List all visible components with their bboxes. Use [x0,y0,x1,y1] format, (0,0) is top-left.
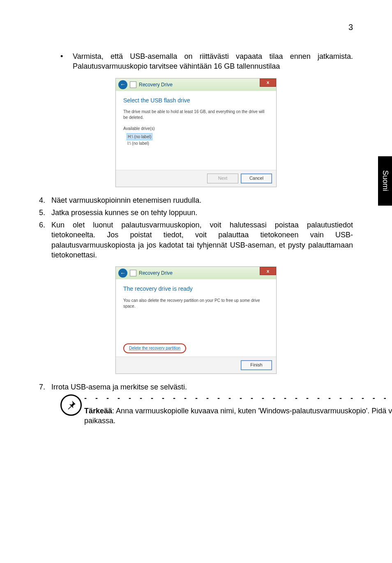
dialog-body: Select the USB flash drive The drive mus… [116,91,276,170]
drive-item[interactable]: I:\ (no label) [127,140,269,147]
intro-bullet: • Varmista, että USB-asemalla on riittäv… [60,51,353,72]
step-5-text: Jatka prosessia kunnes se on tehty loppu… [51,208,353,218]
dialog-heading: The recovery drive is ready [123,285,269,293]
dialog-heading: Select the USB flash drive [123,97,269,104]
step-4: Näet varmuuskopioinnin etenemisen ruudul… [39,195,353,205]
note-body: - - - - - - - - - - - - - - - - - - - - … [84,394,392,426]
page-content: • Varmista, että USB-asemalla on riittäv… [39,51,353,426]
pushpin-svg [66,400,76,410]
step-6: Kun olet luonut palautusvarmuuskopion, v… [39,220,353,260]
step-4-text: Näet varmuuskopioinnin etenemisen ruudul… [51,195,353,205]
dialog-header: ← Recovery Drive x [116,79,276,91]
window-icon [130,270,136,276]
dialog-footer: Finish [116,357,276,373]
ordered-steps-cont: Irrota USB-asema ja merkitse se selvästi… [39,382,353,392]
ordered-steps: Näet varmuuskopioinnin etenemisen ruudul… [39,195,353,260]
finish-button[interactable]: Finish [241,360,272,370]
recovery-drive-dialog-ready: ← Recovery Drive x The recovery drive is… [115,266,277,373]
back-icon[interactable]: ← [118,269,127,278]
step-6-text: Kun olet luonut palautusvarmuuskopion, v… [51,220,353,260]
cancel-button[interactable]: Cancel [241,174,272,183]
dialog-subtext: You can also delete the recovery partiti… [123,298,269,309]
dialog-subtext: The drive must be able to hold at least … [123,109,269,120]
note-label: Tärkeää [84,407,112,415]
note-text: Tärkeää: Anna varmuuskopiolle kuvaava ni… [84,406,392,426]
language-side-tab-label: Suomi [381,170,390,191]
step-7-text: Irrota USB-asema ja merkitse se selvästi… [51,382,353,392]
available-drives-label: Available drive(s) [123,126,269,132]
drive-item-selected[interactable]: H:\ (no label) [127,133,152,141]
step-5: Jatka prosessia kunnes se on tehty loppu… [39,208,353,218]
next-button[interactable]: Next [207,174,238,183]
important-note: - - - - - - - - - - - - - - - - - - - - … [60,394,353,426]
dialog-title: Recovery Drive [139,270,173,276]
pushpin-icon [60,394,82,416]
step-7: Irrota USB-asema ja merkitse se selvästi… [39,382,353,392]
bullet-marker: • [60,51,73,72]
intro-line2: Palautusvarmuuskopio tarvitsee vähintään… [73,62,280,70]
page-number: 3 [348,23,353,32]
delete-recovery-partition-link[interactable]: Delete the recovery partition [123,343,186,353]
dialog-header: ← Recovery Drive x [116,267,276,279]
dialog-body: The recovery drive is ready You can also… [116,279,276,356]
note-divider: - - - - - - - - - - - - - - - - - - - - … [84,394,392,402]
note-content: : Anna varmuuskopiolle kuvaava nimi, kut… [84,407,392,425]
document-page: 3 Suomi • Varmista, että USB-asemalla on… [0,0,392,563]
dialog-title: Recovery Drive [139,81,173,88]
window-icon [130,81,136,88]
recovery-drive-dialog-select-usb: ← Recovery Drive x Select the USB flash … [115,78,277,187]
drive-list: H:\ (no label) I:\ (no label) [123,133,269,147]
back-icon[interactable]: ← [118,80,127,89]
intro-bullet-text: Varmista, että USB-asemalla on riittäväs… [73,51,353,72]
intro-line1: Varmista, että USB-asemalla on riittäväs… [73,52,353,60]
close-button[interactable]: x [260,267,276,275]
language-side-tab: Suomi [378,156,392,206]
dialog-footer: Next Cancel [116,170,276,187]
close-button[interactable]: x [260,79,276,87]
